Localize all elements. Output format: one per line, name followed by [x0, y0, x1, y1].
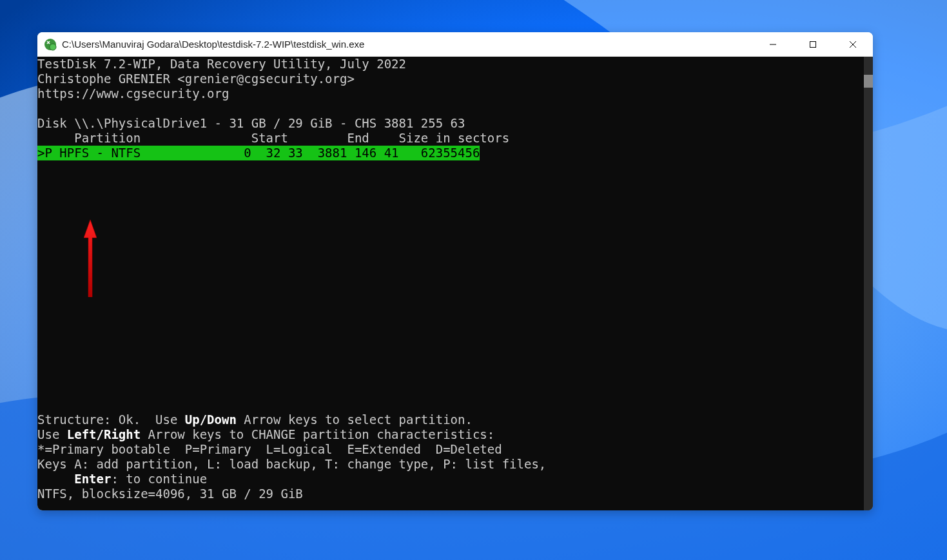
- close-icon: [849, 41, 857, 48]
- terminal-line: Christophe GRENIER <grenier@cgsecurity.o…: [37, 72, 355, 86]
- terminal-content: TestDisk 7.2-WIP, Data Recovery Utility,…: [37, 57, 873, 501]
- svg-rect-4: [810, 41, 816, 47]
- maximize-button[interactable]: [793, 32, 833, 56]
- titlebar[interactable]: C:\Users\Manuviraj Godara\Desktop\testdi…: [37, 32, 873, 57]
- maximize-icon: [809, 41, 817, 48]
- terminal-line: TestDisk 7.2-WIP, Data Recovery Utility,…: [37, 57, 406, 71]
- selected-partition-row[interactable]: >P HPFS - NTFS 0 32 33 3881 146 41 62355…: [37, 146, 480, 160]
- terminal-line: Structure: Ok. Use Up/Down Arrow keys to…: [37, 412, 473, 427]
- terminal-area[interactable]: TestDisk 7.2-WIP, Data Recovery Utility,…: [37, 57, 873, 510]
- terminal-line: Enter: to continue: [37, 472, 207, 486]
- terminal-disk-line: Disk \\.\PhysicalDrive1 - 31 GB / 29 GiB…: [37, 116, 465, 130]
- terminal-line: https://www.cgsecurity.org: [37, 86, 229, 101]
- minimize-icon: [769, 41, 777, 48]
- terminal-line: NTFS, blocksize=4096, 31 GB / 29 GiB: [37, 487, 303, 501]
- minimize-button[interactable]: [753, 32, 793, 56]
- terminal-header-line: Partition Start End Size in sectors: [37, 131, 509, 145]
- app-window: C:\Users\Manuviraj Godara\Desktop\testdi…: [37, 32, 873, 510]
- scrollbar-track[interactable]: [864, 57, 873, 510]
- terminal-line: *=Primary bootable P=Primary L=Logical E…: [37, 442, 502, 456]
- close-button[interactable]: [833, 32, 873, 56]
- svg-point-2: [50, 44, 56, 50]
- window-controls: [753, 32, 873, 56]
- app-icon: [44, 38, 57, 51]
- terminal-line: Use Left/Right Arrow keys to CHANGE part…: [37, 427, 494, 441]
- scrollbar-thumb[interactable]: [864, 75, 873, 88]
- window-title: C:\Users\Manuviraj Godara\Desktop\testdi…: [62, 39, 753, 50]
- terminal-line: Keys A: add partition, L: load backup, T…: [37, 457, 546, 471]
